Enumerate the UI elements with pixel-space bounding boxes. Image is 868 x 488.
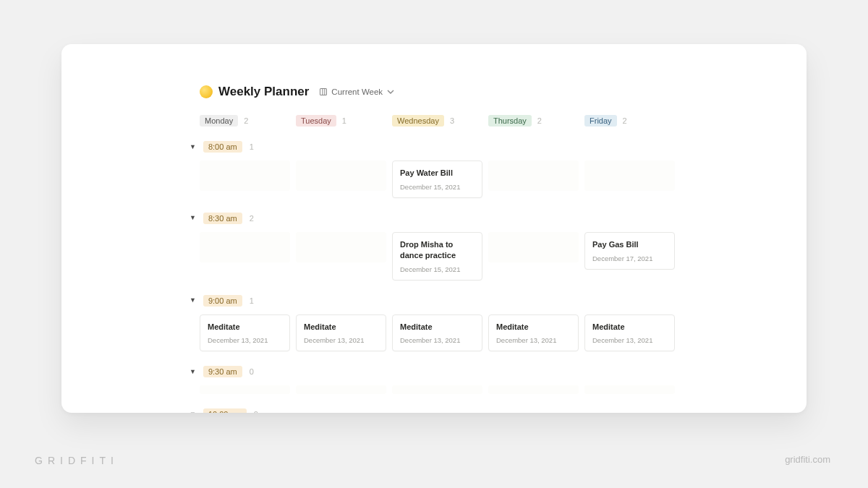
days-header-row: Monday2Tuesday1Wednesday3Thursday2Friday… bbox=[200, 115, 774, 127]
event-card[interactable]: MeditateDecember 13, 2021 bbox=[392, 314, 482, 352]
event-date: December 15, 2021 bbox=[400, 183, 475, 191]
empty-slot[interactable] bbox=[296, 232, 386, 262]
page-title: Weekly Planner bbox=[218, 85, 309, 99]
time-tag: 9:30 am bbox=[203, 366, 242, 377]
day-count: 3 bbox=[450, 116, 454, 125]
event-title: Pay Water Bill bbox=[400, 168, 475, 179]
day-column-header[interactable]: Friday2 bbox=[584, 115, 681, 127]
time-count: 1 bbox=[250, 296, 254, 305]
card-slot: MeditateDecember 13, 2021 bbox=[200, 314, 290, 352]
brand-logo: GRIDFITI bbox=[35, 455, 119, 466]
time-group-header[interactable]: ▼9:30 am0 bbox=[190, 366, 774, 377]
day-column-header[interactable]: Tuesday1 bbox=[296, 115, 392, 127]
event-title: Meditate bbox=[496, 322, 571, 333]
day-column-header[interactable]: Thursday2 bbox=[488, 115, 584, 127]
card-slot: Pay Water BillDecember 15, 2021 bbox=[392, 160, 482, 198]
event-card[interactable]: Pay Gas BillDecember 17, 2021 bbox=[584, 232, 675, 270]
view-label: Current Week bbox=[331, 87, 383, 96]
time-count: 2 bbox=[250, 214, 254, 223]
card-slot bbox=[296, 160, 386, 198]
time-tag: 9:00 am bbox=[203, 295, 242, 307]
event-date: December 13, 2021 bbox=[400, 336, 475, 344]
empty-slot[interactable] bbox=[488, 385, 579, 394]
event-card[interactable]: MeditateDecember 13, 2021 bbox=[488, 314, 579, 352]
day-count: 1 bbox=[342, 116, 346, 125]
event-date: December 13, 2021 bbox=[208, 336, 282, 344]
empty-slot[interactable] bbox=[488, 232, 579, 262]
event-title: Meditate bbox=[592, 322, 667, 333]
card-slot: MeditateDecember 13, 2021 bbox=[296, 314, 386, 352]
planner-inner: Weekly Planner Current Week Monday2Tuesd… bbox=[61, 44, 807, 413]
caret-down-icon: ▼ bbox=[190, 411, 196, 413]
svg-rect-0 bbox=[320, 89, 327, 95]
day-tag: Monday bbox=[200, 115, 238, 127]
time-count: 1 bbox=[250, 142, 254, 151]
time-tag: 8:00 am bbox=[203, 141, 242, 153]
day-count: 2 bbox=[623, 116, 627, 125]
time-group: ▼10:00 am0 bbox=[93, 408, 774, 413]
event-date: December 15, 2021 bbox=[400, 265, 475, 273]
time-count: 0 bbox=[254, 410, 258, 413]
cards-row: MeditateDecember 13, 2021MeditateDecembe… bbox=[200, 314, 774, 352]
card-slot bbox=[584, 160, 675, 198]
empty-slot[interactable] bbox=[584, 385, 675, 394]
time-tag: 8:30 am bbox=[203, 213, 242, 224]
empty-slot[interactable] bbox=[392, 385, 482, 394]
event-card[interactable]: MeditateDecember 13, 2021 bbox=[200, 314, 290, 352]
card-slot bbox=[488, 232, 579, 281]
day-tag: Tuesday bbox=[296, 115, 336, 127]
empty-slot[interactable] bbox=[200, 232, 290, 262]
event-title: Meditate bbox=[304, 322, 378, 333]
card-slot: MeditateDecember 13, 2021 bbox=[584, 314, 675, 352]
day-tag: Friday bbox=[584, 115, 617, 127]
brand-url: gridfiti.com bbox=[785, 454, 830, 465]
event-card[interactable]: Drop Misha to dance practiceDecember 15,… bbox=[392, 232, 482, 281]
day-column-header[interactable]: Wednesday3 bbox=[392, 115, 488, 127]
caret-down-icon: ▼ bbox=[190, 215, 196, 221]
event-date: December 13, 2021 bbox=[592, 336, 667, 344]
event-card[interactable]: Pay Water BillDecember 15, 2021 bbox=[392, 160, 482, 198]
empty-slot[interactable] bbox=[296, 160, 386, 191]
time-group: ▼8:30 am2Drop Misha to dance practiceDec… bbox=[93, 213, 774, 281]
card-slot: MeditateDecember 13, 2021 bbox=[488, 314, 579, 352]
view-selector[interactable]: Current Week bbox=[319, 87, 395, 96]
time-group-header[interactable]: ▼8:00 am1 bbox=[190, 141, 774, 153]
time-group: ▼8:00 am1Pay Water BillDecember 15, 2021 bbox=[93, 141, 774, 198]
day-tag: Wednesday bbox=[392, 115, 444, 127]
ghost-strip bbox=[200, 385, 774, 394]
chevron-down-icon bbox=[386, 87, 395, 96]
event-card[interactable]: MeditateDecember 13, 2021 bbox=[296, 314, 386, 352]
event-date: December 17, 2021 bbox=[592, 254, 667, 262]
card-slot: MeditateDecember 13, 2021 bbox=[392, 314, 482, 352]
card-slot: Drop Misha to dance practiceDecember 15,… bbox=[392, 232, 482, 281]
cards-row: Pay Water BillDecember 15, 2021 bbox=[200, 160, 774, 198]
card-slot: Pay Gas BillDecember 17, 2021 bbox=[584, 232, 675, 281]
cards-row: Drop Misha to dance practiceDecember 15,… bbox=[200, 232, 774, 281]
card-slot bbox=[200, 232, 290, 281]
card-slot bbox=[488, 160, 579, 198]
day-column-header[interactable]: Monday2 bbox=[200, 115, 296, 127]
caret-down-icon: ▼ bbox=[190, 144, 196, 150]
time-group: ▼9:30 am0 bbox=[93, 366, 774, 394]
time-group: ▼9:00 am1MeditateDecember 13, 2021Medita… bbox=[93, 295, 774, 352]
event-date: December 13, 2021 bbox=[304, 336, 378, 344]
event-card[interactable]: MeditateDecember 13, 2021 bbox=[584, 314, 675, 352]
event-title: Meditate bbox=[400, 322, 475, 333]
time-groups: ▼8:00 am1Pay Water BillDecember 15, 2021… bbox=[93, 141, 774, 413]
empty-slot[interactable] bbox=[584, 160, 675, 191]
event-title: Drop Misha to dance practice bbox=[400, 239, 475, 261]
caret-down-icon: ▼ bbox=[190, 297, 196, 304]
time-group-header[interactable]: ▼9:00 am1 bbox=[190, 295, 774, 307]
event-title: Pay Gas Bill bbox=[592, 239, 667, 250]
day-count: 2 bbox=[244, 116, 248, 125]
empty-slot[interactable] bbox=[296, 385, 386, 394]
empty-slot[interactable] bbox=[200, 160, 290, 191]
caret-down-icon: ▼ bbox=[190, 369, 196, 375]
empty-slot[interactable] bbox=[488, 160, 579, 191]
empty-slot[interactable] bbox=[200, 385, 290, 394]
sun-icon bbox=[200, 85, 213, 98]
time-group-header[interactable]: ▼10:00 am0 bbox=[190, 408, 774, 413]
event-title: Meditate bbox=[208, 322, 282, 333]
time-group-header[interactable]: ▼8:30 am2 bbox=[190, 213, 774, 224]
day-count: 2 bbox=[537, 116, 542, 125]
